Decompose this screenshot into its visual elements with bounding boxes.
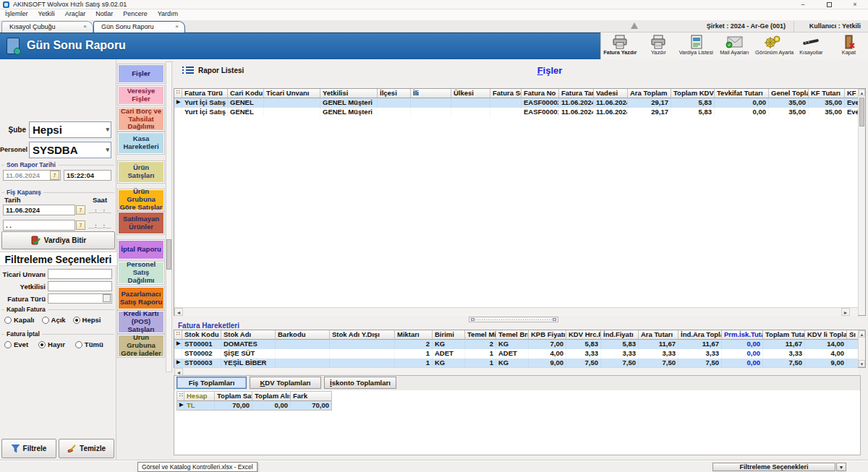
table-row[interactable]: ST00002ŞİŞE SÜT1ADET1ADET4,003,333,333,3… — [174, 349, 865, 359]
column-header[interactable]: Fark — [291, 392, 332, 401]
cell[interactable]: 35,00 — [809, 98, 845, 108]
toolbar-button-view-settings[interactable]: Görünüm Ayarla — [754, 33, 792, 59]
close-button[interactable]: × — [845, 0, 865, 9]
menu-item-yardım[interactable]: Yardım — [153, 9, 183, 18]
report-button-fişler[interactable]: Fişler — [118, 64, 164, 83]
report-button-veresiye-fişler[interactable]: Veresiye Fişler — [118, 86, 164, 105]
column-header[interactable]: İnd.Ara Toplam — [678, 330, 722, 340]
table-row[interactable]: ▶Yurt İçi SatışGENELGENEL MüşteriEASF000… — [174, 98, 865, 108]
cell[interactable]: 1 — [395, 349, 433, 359]
cell[interactable]: 5,83 — [601, 340, 639, 349]
scrollbar-thumb[interactable] — [166, 239, 171, 270]
invoices-hscrollbar[interactable]: ◄ ► — [174, 307, 858, 316]
cell[interactable]: 11.06.2024 15 — [559, 98, 594, 108]
cell[interactable]: GENEL — [228, 108, 264, 117]
cell[interactable] — [264, 98, 320, 108]
cell[interactable]: TL — [184, 401, 215, 411]
cell[interactable]: 0,00 — [715, 108, 769, 117]
cell[interactable]: ST00001 — [182, 340, 221, 349]
report-button-ürun-grubuna-göre-i-adeler[interactable]: Ürun Grubuna Göre İadeler — [118, 335, 164, 357]
column-header[interactable]: KF Tutarı — [809, 89, 845, 98]
cell[interactable]: GENEL — [228, 98, 264, 108]
radio-hayır[interactable]: Hayır — [38, 340, 65, 348]
report-button-kredi-kartı-pos-satışları[interactable]: Kredi Kartı (POS) Satışları — [118, 311, 164, 333]
column-header[interactable]: Toplam Satış — [215, 392, 252, 401]
fatura-turu-picker-button[interactable] — [103, 294, 111, 302]
column-header[interactable]: Fatura Seri — [490, 89, 522, 98]
column-header[interactable]: Ticari Unvanı — [264, 89, 320, 98]
column-header[interactable]: Prm.İsk.Tutarı — [722, 330, 763, 340]
cell[interactable]: 11,67 — [678, 340, 722, 349]
menu-item-i̇şlemler[interactable]: İşlemler — [0, 9, 33, 18]
column-header[interactable]: Stok Kodu — [182, 330, 221, 340]
report-buttons-scrollbar[interactable] — [166, 61, 172, 372]
cell[interactable]: EASF00002 — [522, 98, 559, 108]
cell[interactable]: KG — [496, 340, 529, 349]
cell[interactable]: Eve — [845, 108, 859, 117]
cell[interactable]: 35,00 — [769, 98, 809, 108]
cell[interactable]: 11.06.2024 15 — [559, 108, 594, 117]
cell[interactable] — [330, 349, 395, 359]
invoices-vscrollbar[interactable]: ▲ — [858, 89, 865, 315]
kapanis-date-input-1[interactable]: 11.06.2024 — [3, 205, 75, 215]
column-header[interactable]: Genel Toplam — [769, 89, 809, 98]
movements-vscrollbar[interactable]: ▲ ▼ — [858, 330, 865, 367]
column-header[interactable]: Fatura No — [522, 89, 559, 98]
kapanis-date-input-2[interactable]: . . — [3, 220, 75, 231]
column-header[interactable]: İli — [411, 89, 451, 98]
cell[interactable] — [490, 108, 522, 117]
table-row[interactable]: Yurt İçi SatışGENELGENEL MüşteriEASF0000… — [174, 108, 865, 117]
cell[interactable]: 7,00 — [529, 340, 566, 349]
cell[interactable]: 4,00 — [805, 349, 847, 359]
cell[interactable]: ST00002 — [182, 349, 221, 359]
column-header[interactable]: Ara Tutarı — [639, 330, 678, 340]
temizle-button[interactable]: Temizle — [59, 439, 114, 458]
tab-close-icon[interactable]: × — [175, 23, 179, 30]
maximize-button[interactable] — [819, 0, 839, 9]
cell[interactable]: 70,00 — [215, 401, 252, 411]
report-button-satılmayan-ürünler[interactable]: Satılmayan Ürünler — [118, 212, 164, 234]
column-header[interactable]: Toplam Alış — [252, 392, 291, 401]
cell[interactable] — [276, 340, 330, 349]
table-row[interactable]: ▶ST00001DOMATES2KG2KG7,005,835,8311,6711… — [174, 340, 865, 349]
column-header[interactable]: Fatura Türü — [182, 89, 228, 98]
cell[interactable] — [276, 349, 330, 359]
radio-kapalı[interactable]: Kapalı — [4, 316, 35, 324]
cell[interactable]: 5,83 — [671, 98, 715, 108]
scroll-up-icon[interactable]: ▲ — [859, 330, 865, 338]
cell[interactable] — [411, 98, 451, 108]
menu-item-pencere[interactable]: Pencere — [118, 9, 153, 18]
calendar-icon[interactable]: 7 — [76, 205, 85, 215]
ticari-unvani-input[interactable] — [48, 269, 112, 279]
report-button-pazarlamacı-satış-raporu[interactable]: Pazarlamacı Satış Raporu — [118, 287, 164, 309]
menu-item-araçlar[interactable]: Araçlar — [60, 9, 91, 18]
toolbar-button-mail-settings[interactable]: Mail Ayarları — [715, 33, 754, 59]
cell[interactable] — [451, 108, 490, 117]
radio-açık[interactable]: Açık — [42, 316, 66, 324]
status-filter-button[interactable]: Filtreleme Seçenekleri — [712, 463, 835, 471]
cell[interactable]: DOMATES — [221, 340, 276, 349]
cell[interactable]: 3,33 — [763, 349, 805, 359]
cell[interactable] — [264, 108, 320, 117]
totals-tab-fiş-toplamları[interactable]: Fiş Toplamları — [176, 377, 247, 389]
cell[interactable]: 3,33 — [566, 349, 601, 359]
chevron-down-icon[interactable]: ▼ — [836, 463, 846, 471]
column-header[interactable]: Toplam Tutar — [763, 330, 805, 340]
cell[interactable]: ADET — [496, 349, 529, 359]
cell[interactable]: 11,67 — [639, 340, 678, 349]
report-button-ürün-satışları[interactable]: Ürün Satışları — [118, 161, 164, 183]
toolbar-button-invoice-print[interactable]: Fatura Yazdır — [601, 33, 639, 59]
column-header[interactable]: Vadesi — [594, 89, 628, 98]
column-header[interactable]: Stok Adı — [221, 330, 276, 340]
column-header[interactable]: Temel Brm. — [496, 330, 529, 340]
cell[interactable] — [378, 108, 411, 117]
toolbar-button-shift-list[interactable]: Vardiya Listesi — [677, 33, 715, 59]
toolbar-button-close-door[interactable]: Kapat — [830, 33, 868, 59]
cell[interactable]: 3,33 — [678, 349, 722, 359]
totals-tab-i-skonto-toplamları[interactable]: İskonto Toplamları — [324, 377, 396, 389]
column-header[interactable]: İlçesi — [378, 89, 411, 98]
cell[interactable] — [451, 98, 490, 108]
report-button-i-ptal-raporu[interactable]: İptal Raporu — [118, 240, 164, 259]
cell[interactable]: 2 — [395, 340, 433, 349]
column-header[interactable]: Yetkilisi — [320, 89, 378, 98]
